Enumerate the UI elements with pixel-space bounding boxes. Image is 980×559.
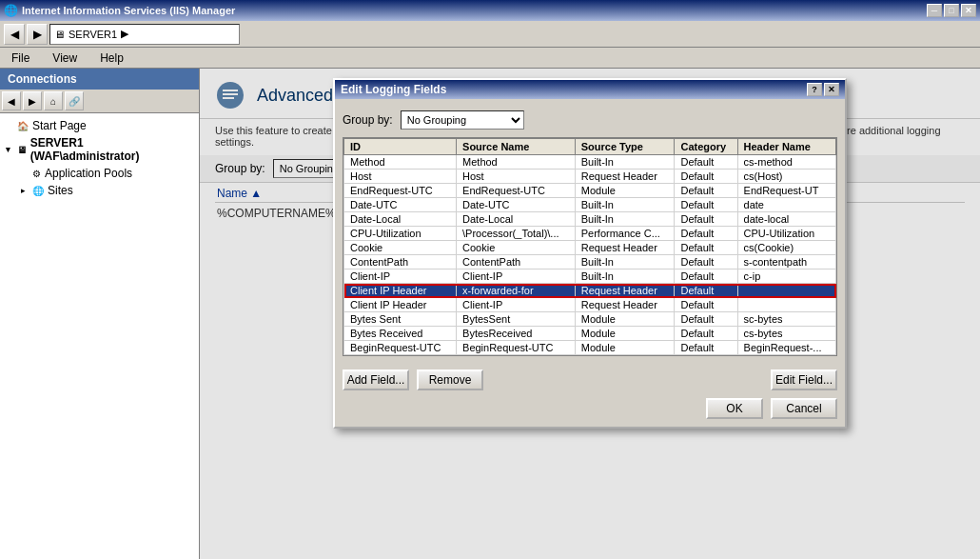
table-row[interactable]: Client IP Headerx-forwarded-forRequest H… [344, 284, 836, 298]
table-cell [737, 284, 835, 298]
table-row[interactable]: MethodMethodBuilt-InDefaultcs-method [344, 155, 836, 170]
sidebar-item-server[interactable]: ▾ 🖥 SERVER1 (WAF\administrator) [4, 134, 195, 165]
startpage-icon: 🏠 [17, 121, 29, 131]
cancel-button[interactable]: Cancel [771, 398, 837, 419]
maximize-button[interactable]: □ [944, 4, 959, 17]
table-row[interactable]: Date-UTCDate-UTCBuilt-InDefaultdate [344, 198, 836, 212]
server-icon: 🖥 [17, 145, 27, 155]
table-cell: Date-Local [344, 212, 457, 227]
dialog-right-buttons: Edit Field... [771, 369, 837, 390]
table-row[interactable]: BeginRequest-UTCBeginRequest-UTCModuleDe… [344, 341, 836, 355]
dialog-group-by-select[interactable]: No Grouping Category Source Type [401, 110, 524, 130]
close-button[interactable]: ✕ [961, 4, 976, 17]
dialog-ok-cancel-bar: OK Cancel [335, 394, 845, 427]
table-row[interactable]: EndRequest-UTCEndRequest-UTCModuleDefaul… [344, 184, 836, 198]
sidebar-forward-btn[interactable]: ▶ [23, 91, 42, 110]
ok-button[interactable]: OK [706, 398, 763, 419]
edit-logging-fields-dialog: Edit Logging Fields ? ✕ Group by: No Gro… [333, 78, 847, 429]
minimize-button[interactable]: ─ [927, 4, 942, 17]
table-cell: CPU-Utilization [344, 227, 457, 241]
sites-label: Sites [48, 184, 73, 197]
server-icon: 🖥 [54, 29, 65, 40]
table-header-row: ID Source Name Source Type Category Head… [344, 139, 836, 155]
table-cell: Default [675, 184, 737, 198]
table-cell: Host [344, 170, 457, 184]
table-cell: Default [675, 298, 737, 312]
logging-fields-table-container: ID Source Name Source Type Category Head… [343, 137, 837, 356]
table-cell: Date-Local [457, 212, 576, 227]
sidebar-item-apppools[interactable]: ⚙ Application Pools [19, 165, 195, 182]
server-expand-icon: ▾ [6, 145, 15, 154]
table-cell: Client-IP [457, 298, 576, 312]
server-children: ⚙ Application Pools ▸ 🌐 Sites [4, 165, 195, 199]
table-cell: Method [344, 155, 457, 170]
table-row[interactable]: Bytes SentBytesSentModuleDefaultsc-bytes [344, 312, 836, 327]
sidebar-item-sites[interactable]: ▸ 🌐 Sites [19, 182, 195, 199]
table-cell: Client IP Header [344, 284, 457, 298]
address-bar: 🖥 SERVER1 ▶ [49, 24, 240, 45]
back-button[interactable]: ◀ [4, 24, 25, 45]
col-header-name: Header Name [737, 139, 835, 155]
remove-button[interactable]: Remove [417, 369, 483, 390]
col-id: ID [344, 139, 457, 155]
table-cell: Module [575, 184, 675, 198]
table-cell: Default [675, 327, 737, 341]
table-cell: Client IP Header [344, 298, 457, 312]
table-cell: cs-bytes [737, 327, 835, 341]
add-field-button[interactable]: Add Field... [343, 369, 409, 390]
table-row[interactable]: CookieCookieRequest HeaderDefaultcs(Cook… [344, 241, 836, 255]
sidebar-item-startpage[interactable]: 🏠 Start Page [4, 117, 195, 134]
sidebar-back-btn[interactable]: ◀ [2, 91, 21, 110]
menu-view[interactable]: View [49, 50, 81, 67]
table-row[interactable]: Date-LocalDate-LocalBuilt-InDefaultdate-… [344, 212, 836, 227]
table-row[interactable]: HostHostRequest HeaderDefaultcs(Host) [344, 170, 836, 184]
table-cell: Built-In [575, 270, 675, 284]
edit-field-button[interactable]: Edit Field... [771, 369, 837, 390]
table-cell: Default [675, 155, 737, 170]
table-cell: BeginRequest-UTC [457, 341, 576, 355]
col-source-type: Source Type [575, 139, 675, 155]
sites-icon: 🌐 [32, 186, 44, 196]
table-cell: ContentPath [457, 255, 576, 270]
menu-bar: File View Help [0, 48, 980, 69]
table-cell: sc-bytes [737, 312, 835, 327]
table-cell: Built-In [575, 198, 675, 212]
table-row[interactable]: ContentPathContentPathBuilt-InDefaults-c… [344, 255, 836, 270]
table-row[interactable]: CPU-Utilization\Processor(_Total)\...Per… [344, 227, 836, 241]
toolbar: ◀ ▶ 🖥 SERVER1 ▶ [0, 21, 980, 48]
dialog-footer: Add Field... Remove Edit Field... [335, 364, 845, 394]
sidebar-home-btn[interactable]: ⌂ [44, 91, 63, 110]
table-cell: EndRequest-UTC [457, 184, 576, 198]
table-cell: \Processor(_Total)\... [457, 227, 576, 241]
table-cell: s-contentpath [737, 255, 835, 270]
table-cell: x-forwarded-for [457, 284, 576, 298]
table-cell: BeginRequest-... [737, 341, 835, 355]
sites-expand-icon: ▸ [21, 186, 30, 195]
server-label: SERVER1 (WAF\administrator) [30, 136, 193, 163]
table-cell: Request Header [575, 298, 675, 312]
table-row[interactable]: Client-IPClient-IPBuilt-InDefaultc-ip [344, 270, 836, 284]
table-cell: Bytes Received [344, 327, 457, 341]
table-cell: BytesSent [457, 312, 576, 327]
table-cell: Request Header [575, 170, 675, 184]
table-row[interactable]: Client IP HeaderClient-IPRequest HeaderD… [344, 298, 836, 312]
sidebar-toolbar: ◀ ▶ ⌂ 🔗 [0, 90, 199, 113]
sidebar-connect-btn[interactable]: 🔗 [65, 91, 84, 110]
title-bar-text: Internet Information Services (IIS) Mana… [22, 5, 235, 16]
dialog-help-button[interactable]: ? [807, 83, 822, 96]
dialog-close-button[interactable]: ✕ [824, 83, 839, 96]
dialog-title-buttons: ? ✕ [807, 83, 839, 96]
table-cell: Default [675, 241, 737, 255]
menu-file[interactable]: File [8, 50, 33, 67]
table-cell: Client-IP [344, 270, 457, 284]
table-cell: Date-UTC [344, 198, 457, 212]
table-row[interactable]: Bytes ReceivedBytesReceivedModuleDefault… [344, 327, 836, 341]
table-cell: Cookie [344, 241, 457, 255]
col-category: Category [675, 139, 737, 155]
table-cell: Host [457, 170, 576, 184]
title-bar-buttons: ─ □ ✕ [927, 4, 976, 17]
table-cell: Module [575, 312, 675, 327]
forward-button[interactable]: ▶ [27, 24, 48, 45]
menu-help[interactable]: Help [96, 50, 127, 67]
table-cell: Client-IP [457, 270, 576, 284]
